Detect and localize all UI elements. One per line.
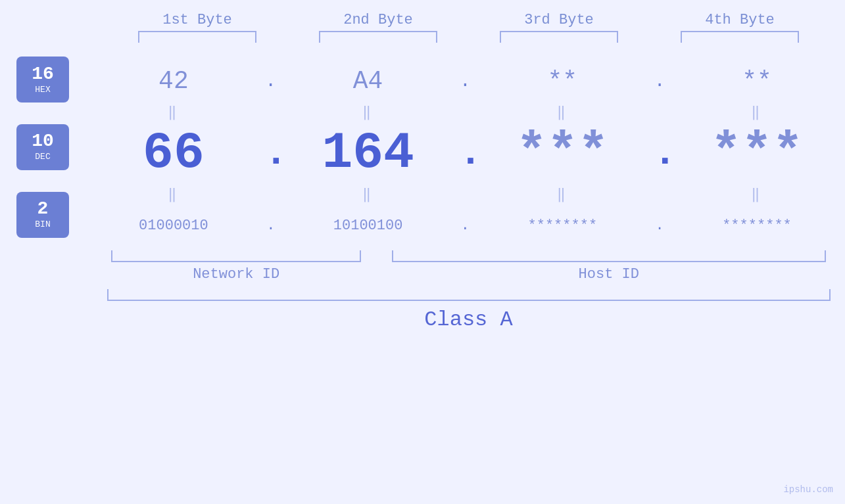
eq2-b3: ‖: [490, 185, 635, 203]
dot-dec-1: .: [264, 131, 278, 175]
network-bracket: [111, 250, 361, 262]
header-byte4: 4th Byte: [667, 12, 812, 28]
bottom-bracket-area: Network ID Host ID: [107, 250, 831, 283]
watermark: ipshu.com: [783, 484, 833, 495]
header-byte3: 3rd Byte: [487, 12, 631, 28]
hex-badge: 16 HEX: [16, 57, 69, 103]
label-gap: [370, 266, 383, 283]
bin-label: BIN: [35, 219, 50, 229]
hex-row: 42 . A4 . ** . **: [92, 61, 838, 101]
dec-b4: ***: [685, 124, 829, 182]
dec-num: 10: [32, 132, 54, 150]
eq2-b1: ‖: [101, 185, 246, 203]
eq2-b4: ‖: [685, 185, 829, 203]
host-bracket: [392, 250, 826, 262]
header-byte1: 1st Byte: [125, 12, 270, 28]
bin-num: 2: [37, 200, 49, 218]
bracket-byte2: [319, 31, 437, 43]
top-bracket-row: [107, 31, 831, 43]
class-area: Class A: [107, 289, 831, 332]
dot-hex-3: .: [653, 71, 666, 91]
bin-row: 01000010 . 10100100 . ******** . *******…: [92, 206, 838, 245]
dec-b2: 164: [296, 124, 441, 182]
hex-b2: A4: [296, 67, 441, 95]
hex-label: HEX: [35, 85, 50, 95]
dot-hex-1: .: [264, 71, 278, 91]
id-labels: Network ID Host ID: [107, 266, 831, 283]
eq1-b2: ‖: [296, 103, 441, 121]
hex-b4: **: [685, 67, 829, 95]
dec-b1: 66: [101, 124, 246, 182]
dec-label: DEC: [35, 152, 50, 162]
class-bracket: [107, 289, 831, 301]
bracket-byte1: [138, 31, 256, 43]
bin-b4: ********: [685, 218, 829, 234]
dot-bin-1: .: [264, 218, 278, 234]
eq-row-2: ‖ ‖ ‖ ‖: [92, 185, 838, 203]
dot-dec-2: .: [458, 131, 471, 175]
eq1-b4: ‖: [685, 103, 829, 121]
dot-dec-3: .: [653, 131, 666, 175]
bin-b3: ********: [490, 218, 635, 234]
bracket-gap: [370, 250, 383, 262]
byte-headers: 1st Byte 2nd Byte 3rd Byte 4th Byte: [107, 0, 831, 28]
hex-b3: **: [490, 67, 635, 95]
dec-badge: 10 DEC: [16, 124, 69, 170]
eq1-b1: ‖: [101, 103, 246, 121]
dot-bin-3: .: [653, 218, 666, 234]
bracket-byte3: [500, 31, 618, 43]
content-area: 16 HEX 10 DEC 2 BIN 42 . A4 . ** . **: [0, 49, 845, 245]
labels-column: 16 HEX 10 DEC 2 BIN: [0, 49, 85, 245]
bin-b1: 01000010: [101, 218, 246, 234]
dec-b3: ***: [490, 124, 635, 182]
bottom-brackets: [107, 250, 831, 262]
class-label: Class A: [107, 308, 831, 332]
main-container: 1st Byte 2nd Byte 3rd Byte 4th Byte 16 H…: [0, 0, 845, 504]
eq1-b3: ‖: [490, 103, 635, 121]
eq-row-1: ‖ ‖ ‖ ‖: [92, 103, 838, 121]
eq2-b2: ‖: [296, 185, 441, 203]
hex-b1: 42: [101, 67, 246, 95]
dot-bin-2: .: [458, 218, 471, 234]
host-id-label: Host ID: [392, 266, 826, 283]
network-id-label: Network ID: [111, 266, 361, 283]
bin-badge: 2 BIN: [16, 192, 69, 238]
hex-num: 16: [32, 65, 54, 83]
bin-b2: 10100100: [296, 218, 441, 234]
bracket-byte4: [681, 31, 799, 43]
header-byte2: 2nd Byte: [306, 12, 450, 28]
data-grid: 42 . A4 . ** . ** ‖ ‖ ‖ ‖ 66 .: [85, 49, 845, 245]
dec-row: 66 . 164 . *** . ***: [92, 124, 838, 183]
dot-hex-2: .: [458, 71, 471, 91]
